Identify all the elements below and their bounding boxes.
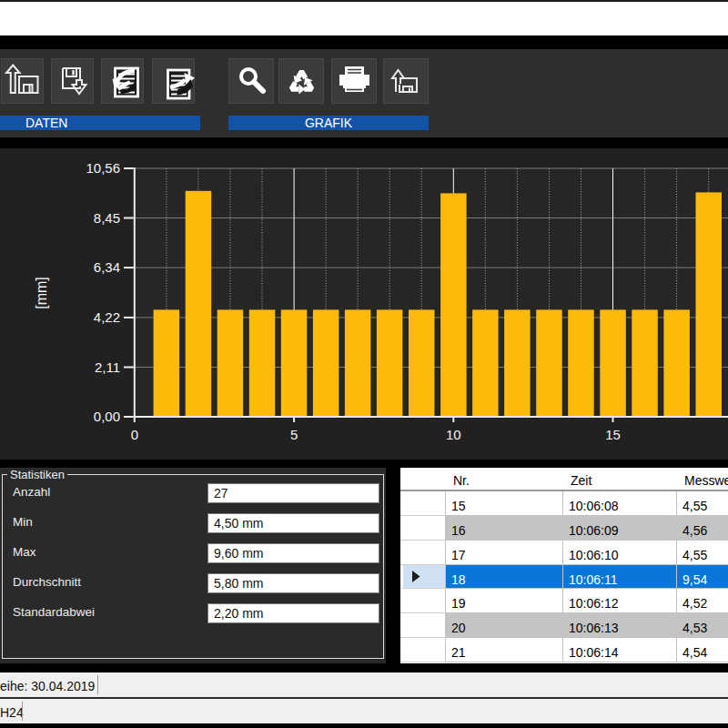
svg-text:0,00: 0,00 bbox=[94, 409, 120, 424]
svg-text:2,11: 2,11 bbox=[95, 359, 120, 375]
svg-text:10: 10 bbox=[446, 427, 461, 442]
svg-text:[mm]: [mm] bbox=[34, 277, 49, 309]
svg-text:0: 0 bbox=[131, 427, 138, 442]
svg-text:5: 5 bbox=[290, 427, 298, 442]
svg-text:15: 15 bbox=[605, 427, 621, 442]
svg-text:10,56: 10,56 bbox=[86, 160, 120, 176]
svg-text:6,34: 6,34 bbox=[94, 259, 120, 275]
svg-text:4,22: 4,22 bbox=[94, 309, 120, 325]
svg-text:8,45: 8,45 bbox=[94, 210, 120, 226]
